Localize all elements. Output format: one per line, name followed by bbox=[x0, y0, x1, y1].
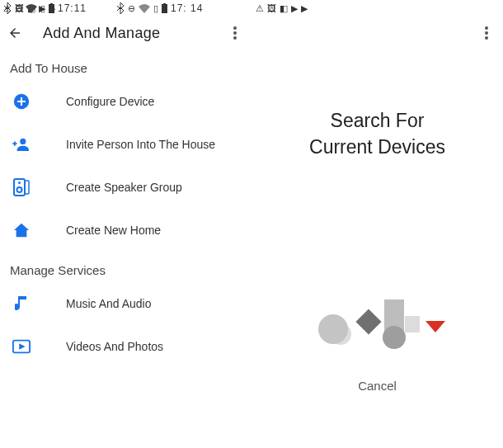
svg-point-18 bbox=[318, 314, 348, 344]
page-title: Add And Manage bbox=[43, 25, 160, 42]
invite-person-item[interactable]: Invite Person Into The House bbox=[0, 123, 252, 166]
video-icon bbox=[12, 337, 31, 356]
wifi-icon bbox=[26, 4, 37, 13]
right-header bbox=[252, 17, 503, 50]
music-note-icon bbox=[12, 294, 31, 314]
search-title-line2: Current Devices bbox=[268, 134, 487, 160]
svg-rect-12 bbox=[25, 181, 29, 194]
invite-person-label: Invite Person Into The House bbox=[66, 138, 215, 151]
svg-rect-21 bbox=[405, 316, 420, 332]
music-audio-item[interactable]: Music And Audio bbox=[0, 282, 252, 325]
new-home-item[interactable]: Create New Home bbox=[0, 209, 252, 252]
battery-icon bbox=[49, 3, 54, 13]
bluetooth-icon bbox=[3, 2, 12, 14]
new-home-label: Create New Home bbox=[66, 224, 161, 237]
svg-point-16 bbox=[485, 36, 488, 40]
speaker-group-item[interactable]: Create Speaker Group bbox=[0, 166, 252, 209]
speaker-icon bbox=[12, 177, 31, 197]
more-menu-button[interactable] bbox=[477, 23, 496, 43]
svg-point-5 bbox=[233, 31, 237, 35]
section-manage-services: Manage Services bbox=[0, 252, 252, 282]
svg-point-22 bbox=[383, 326, 406, 349]
sim-icon: ▯ bbox=[40, 3, 45, 14]
status-time: 17:11 bbox=[58, 2, 87, 14]
person-add-icon bbox=[12, 134, 31, 154]
configure-device-label: Configure Device bbox=[66, 95, 154, 108]
svg-point-6 bbox=[233, 36, 237, 40]
svg-point-8 bbox=[20, 139, 26, 144]
videos-photos-label: Videos And Photos bbox=[66, 340, 163, 353]
videos-photos-item[interactable]: Videos And Photos bbox=[0, 325, 252, 368]
section-add-to-house: Add To House bbox=[0, 50, 252, 80]
svg-rect-19 bbox=[355, 309, 381, 335]
search-title-line1: Search For bbox=[268, 107, 487, 134]
app-header: Add And Manage bbox=[0, 17, 252, 50]
dnd-icon: ⊖ bbox=[15, 3, 22, 14]
music-audio-label: Music And Audio bbox=[66, 297, 152, 310]
svg-point-15 bbox=[485, 31, 488, 35]
search-devices-panel: Search For Current Devices Cancel bbox=[252, 17, 503, 413]
add-manage-panel: Add And Manage Add To House Configure De… bbox=[0, 17, 252, 413]
home-icon bbox=[12, 220, 31, 240]
more-menu-button[interactable] bbox=[225, 23, 245, 43]
devices-graphic bbox=[252, 292, 503, 358]
svg-rect-2 bbox=[49, 4, 54, 13]
configure-device-item[interactable]: Configure Device bbox=[0, 80, 252, 123]
svg-point-14 bbox=[485, 26, 488, 30]
search-title: Search For Current Devices bbox=[252, 107, 503, 160]
svg-point-4 bbox=[233, 26, 237, 30]
svg-point-11 bbox=[18, 182, 21, 184]
speaker-group-label: Create Speaker Group bbox=[66, 181, 182, 194]
plus-circle-icon bbox=[12, 92, 31, 111]
cancel-button[interactable]: Cancel bbox=[252, 379, 503, 393]
svg-rect-3 bbox=[50, 3, 53, 4]
svg-point-10 bbox=[17, 187, 22, 192]
back-button[interactable] bbox=[7, 25, 23, 41]
status-bar-right: ⊖ ▯ 17:11 bbox=[0, 0, 503, 17]
